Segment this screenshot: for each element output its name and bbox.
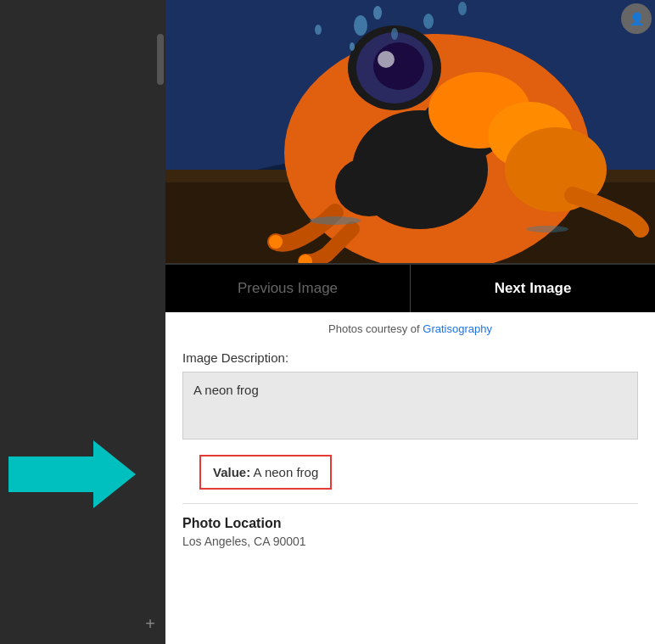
value-box: Value: A neon frog <box>199 455 332 490</box>
next-image-button[interactable]: Next Image <box>411 265 655 312</box>
plus-icon[interactable]: + <box>145 614 155 634</box>
svg-point-22 <box>315 25 322 35</box>
gratisography-link[interactable]: Gratisography <box>423 322 492 335</box>
arrow-shape <box>8 440 136 508</box>
sidebar: + <box>0 0 165 644</box>
svg-point-7 <box>335 157 403 216</box>
svg-point-18 <box>373 6 382 20</box>
previous-image-button[interactable]: Previous Image <box>165 265 411 312</box>
sidebar-scrollbar[interactable] <box>157 34 164 85</box>
photo-location-title: Photo Location <box>182 516 638 531</box>
svg-text:👤: 👤 <box>630 12 645 26</box>
arrow-head <box>93 440 136 508</box>
arrow-body <box>8 456 93 492</box>
svg-point-14 <box>378 51 395 68</box>
svg-point-20 <box>350 42 355 51</box>
svg-point-19 <box>391 28 398 40</box>
attribution: Photos courtesy of Gratisography <box>165 312 655 342</box>
photo-location: Photo Location Los Angeles, CA 90001 <box>165 504 655 548</box>
svg-point-17 <box>354 15 367 36</box>
svg-point-21 <box>423 14 434 29</box>
svg-point-24 <box>310 216 361 225</box>
form-area: Image Description: A neon frog <box>165 342 655 443</box>
photo-location-address: Los Angeles, CA 90001 <box>182 535 638 548</box>
frog-image: 👤 <box>165 0 655 263</box>
frog-svg: 👤 <box>165 0 655 263</box>
nav-buttons: Previous Image Next Image <box>165 263 655 312</box>
svg-point-25 <box>526 226 568 232</box>
value-text: A neon frog <box>254 465 319 479</box>
main-content: 👤 Previous Image Next Image Photos court… <box>165 0 655 644</box>
image-description-label: Image Description: <box>182 350 638 365</box>
image-description-textarea[interactable]: A neon frog <box>182 372 638 440</box>
highlight-arrow <box>8 440 136 508</box>
value-label: Value: <box>213 465 250 479</box>
attribution-text: Photos courtesy of <box>328 322 423 335</box>
svg-point-23 <box>458 2 467 15</box>
svg-point-15 <box>269 235 283 249</box>
